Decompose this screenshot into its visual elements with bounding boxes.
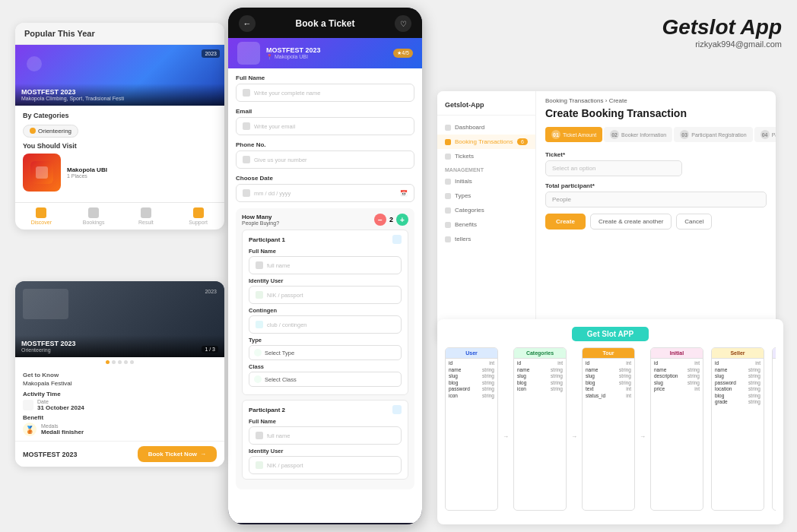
step-4-num: 04 — [760, 130, 770, 139]
participant-2-card: Participant 2 Full Name full name Identi… — [242, 400, 408, 480]
seller-table-body: idint namestring slugstring passwordstri… — [712, 359, 764, 407]
email-input[interactable]: Write your email — [236, 117, 414, 135]
sidebar-item-benefits[interactable]: Benefits — [437, 217, 535, 232]
counter-minus-button[interactable]: − — [374, 214, 386, 226]
nav-bookings[interactable]: Bookings — [68, 207, 120, 225]
ticket-table-body: idint namestring emailstring passwordstr… — [773, 359, 776, 413]
p1-type-select[interactable]: Select Type — [249, 345, 402, 360]
ticket-table-header: Ticket — [773, 348, 776, 359]
book-favorite-button[interactable]: ♡ — [395, 15, 411, 32]
date-icon — [243, 189, 250, 197]
book-form: Full Name Write your complete name Email… — [228, 68, 422, 523]
create-more-button[interactable]: Create & create another — [590, 214, 672, 230]
visit-card[interactable]: Makopola UBI 1 Places — [23, 154, 217, 192]
support-icon — [193, 207, 204, 218]
sidebar-item-types[interactable]: Types — [437, 188, 535, 203]
date-input[interactable]: mm / dd / yyyy 📅 — [236, 184, 414, 202]
book-event-thumbnail — [237, 42, 260, 65]
event-body: Get to Know Makopala Festival Activity T… — [15, 367, 224, 441]
nav-bookings-label: Bookings — [83, 220, 105, 225]
participant-1-edit-icon[interactable] — [392, 235, 402, 244]
book-event-rating: ★4/5 — [393, 49, 413, 58]
book-now-button[interactable]: Book Ticket Now → — [138, 446, 217, 462]
p1-fullname-input[interactable]: full name — [249, 256, 402, 274]
step-2: 02 Booker Information — [604, 127, 672, 142]
you-should-visit-label: You Should Visit — [23, 142, 217, 150]
event-type: Orienteering — [21, 347, 218, 353]
dot-4 — [124, 360, 128, 364]
nav-support-label: Support — [189, 220, 208, 225]
fullname-input[interactable]: Write your complete name — [236, 84, 414, 102]
get-to-know-label: Get to Know — [23, 372, 217, 378]
step-3: 03 Participant Registration — [674, 127, 752, 142]
web-sidebar: Getslot-App Dashboard Booking Transactio… — [437, 91, 536, 342]
p2-fullname-input[interactable]: full name — [249, 426, 402, 445]
arch-title-bar: Get Slot APP — [445, 327, 776, 341]
dot-2 — [112, 360, 116, 364]
email-field: Email Write your email — [236, 108, 414, 135]
web-brand: Getslot-App — [437, 97, 535, 116]
hero-year-badge: 2023 — [202, 49, 220, 58]
book-now-arrow: → — [200, 451, 206, 458]
phone-field: Phone No. Give us your number — [236, 141, 414, 169]
event-counter: 1 / 3 — [202, 346, 218, 353]
cancel-button[interactable]: Cancel — [676, 214, 712, 230]
dot-5 — [130, 360, 134, 364]
step-3-num: 03 — [680, 130, 689, 139]
fullname-icon — [243, 89, 250, 97]
tellers-icon — [445, 236, 451, 242]
initial-table-body: idint namestring descriptionstring slugs… — [651, 359, 703, 394]
user-table-body: idint namestring slugstring blogstring p… — [446, 359, 497, 401]
book-back-button[interactable]: ← — [239, 15, 256, 32]
result-icon — [141, 207, 151, 218]
how-many-header: How Many People Buying? − 2 + — [242, 214, 408, 226]
sidebar-item-booking[interactable]: Booking Transactions 6 — [437, 135, 535, 149]
counter-value: 2 — [389, 216, 393, 223]
initials-icon — [445, 179, 451, 185]
app-header: Getslot App rizkyak994@gmail.com — [662, 15, 782, 49]
web-content: Booking Transactions › Create Create Boo… — [536, 91, 776, 342]
event-name: MOSTFEST 2023 — [21, 340, 218, 347]
email-placeholder: Write your email — [254, 123, 295, 130]
nav-support[interactable]: Support — [172, 207, 224, 225]
participant-2-edit-icon[interactable] — [392, 405, 402, 414]
sidebar-item-initials[interactable]: Initials — [437, 174, 535, 188]
participant-2-header: Participant 2 — [249, 405, 402, 414]
participant-1-title: Participant 1 — [249, 236, 285, 243]
counter-control: − 2 + — [374, 214, 408, 226]
visit-card-image — [23, 154, 61, 192]
benefit-section-label: Benefit — [23, 414, 217, 421]
participant-1-header: Participant 1 — [249, 235, 402, 244]
nav-result[interactable]: Result — [120, 207, 173, 225]
sidebar-item-categories[interactable]: Categories — [437, 203, 535, 217]
step-4: 04 Payment Inform... — [754, 127, 776, 142]
sidebar-item-tellers[interactable]: tellers — [437, 232, 535, 246]
visit-card-info: Makopola UBI 1 Places — [67, 166, 217, 179]
ticket-label: Ticket* — [545, 151, 767, 158]
book-event-name: MOSTFEST 2023 — [266, 46, 321, 54]
phone-input[interactable]: Give us your number — [236, 150, 414, 169]
p1-class-select[interactable]: Select Class — [249, 372, 402, 387]
total-participant-input[interactable]: People — [545, 192, 767, 207]
create-button[interactable]: Create — [545, 214, 586, 230]
p1-identity-input[interactable]: NIK / passport — [249, 286, 402, 304]
user-table-header: User — [446, 348, 497, 359]
app-title: Getslot App — [662, 15, 782, 40]
nav-discover[interactable]: Discover — [15, 207, 68, 225]
date-label: Choose Date — [236, 175, 414, 182]
categories-icon — [445, 207, 451, 214]
arch-table-ticket: Ticket idint namestring emailstring pass… — [772, 347, 776, 511]
popular-header: Popular This Year — [15, 23, 224, 45]
arch-diagram: User idint namestring slugstring blogstr… — [445, 347, 776, 511]
hero-event-sub: Makopola Climbing, Sport, Tradisional Fe… — [21, 96, 218, 101]
p2-identity-input[interactable]: NIK / passport — [249, 456, 402, 474]
web-steps: 01 Ticket Amount 02 Booker Information 0… — [545, 127, 767, 142]
sidebar-item-tickets[interactable]: Tickets — [437, 149, 535, 163]
ticket-select[interactable]: Select an option — [545, 160, 682, 176]
book-event-banner: MOSTFEST 2023 📍 Makopola UBI ★4/5 — [228, 38, 422, 68]
sidebar-item-dashboard[interactable]: Dashboard — [437, 120, 535, 135]
category-chip[interactable]: Orienteering — [23, 125, 78, 138]
book-title: Book a Ticket — [296, 18, 355, 29]
p1-contingen-input[interactable]: club / contingen — [249, 315, 402, 334]
counter-plus-button[interactable]: + — [396, 214, 408, 226]
